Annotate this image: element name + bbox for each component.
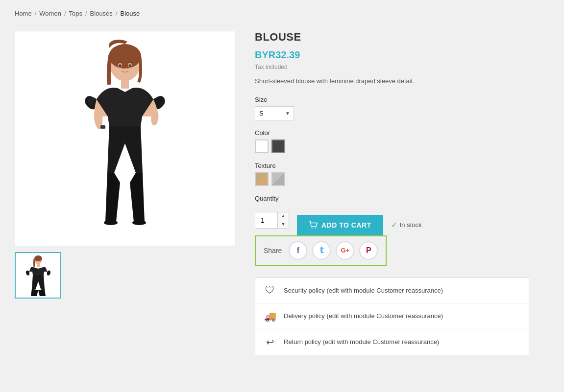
facebook-icon: f: [297, 246, 299, 255]
svg-point-4: [132, 220, 146, 225]
add-to-cart-label: ADD TO CART: [321, 221, 371, 229]
pinterest-icon: P: [366, 246, 371, 255]
policies-box: 🛡 Security policy (edit with module Cust…: [255, 277, 529, 355]
delivery-policy-text: Delivery policy (edit with module Custom…: [284, 312, 443, 320]
share-twitter-button[interactable]: 𝕥: [312, 241, 331, 260]
breadcrumb-sep-1: /: [35, 10, 37, 17]
product-price: BYR32.39: [255, 49, 549, 61]
quantity-input[interactable]: [255, 212, 277, 228]
quantity-wrapper: ▲ ▼: [255, 212, 289, 229]
twitter-icon: 𝕥: [320, 246, 323, 255]
share-facebook-button[interactable]: f: [289, 241, 307, 260]
main-image: [15, 31, 235, 246]
policy-security: 🛡 Security policy (edit with module Cust…: [255, 278, 529, 303]
share-box: Share f 𝕥 G+ P: [255, 235, 387, 266]
tax-label: Tax included: [255, 64, 549, 70]
svg-point-9: [129, 65, 131, 67]
color-swatch-white[interactable]: [255, 139, 269, 153]
breadcrumb-sep-3: /: [85, 10, 87, 17]
svg-point-13: [312, 227, 313, 228]
color-option-group: Color: [255, 129, 549, 153]
texture-swatch-1[interactable]: [255, 172, 269, 186]
size-option-group: Size S M L XL XXL: [255, 96, 549, 120]
texture-swatches: [255, 172, 549, 186]
svg-point-1: [109, 44, 141, 69]
product-description: Short-sleeved blouse with feminine drape…: [255, 76, 549, 86]
color-swatches: [255, 139, 549, 153]
svg-rect-2: [121, 79, 129, 89]
svg-point-11: [34, 255, 42, 261]
thumbnail-1[interactable]: [15, 252, 61, 299]
cart-icon: [309, 221, 318, 230]
product-layout: BLOUSE BYR32.39 Tax included Short-sleev…: [15, 31, 549, 355]
quantity-label: Quantity: [255, 195, 549, 202]
product-figure: [15, 31, 235, 246]
thumbnail-image-1: [21, 254, 55, 296]
breadcrumb-tops[interactable]: Tops: [69, 10, 82, 17]
breadcrumb-sep-4: /: [116, 10, 118, 17]
svg-point-14: [315, 227, 316, 228]
policy-delivery: 🚚 Delivery policy (edit with module Cust…: [255, 303, 529, 329]
product-images: [15, 31, 235, 299]
texture-option-group: Texture: [255, 162, 549, 186]
breadcrumb-current: Blouse: [120, 10, 140, 17]
add-to-cart-button[interactable]: ADD TO CART: [297, 215, 383, 235]
quantity-arrows: ▲ ▼: [277, 212, 289, 228]
svg-rect-12: [37, 264, 40, 267]
color-swatch-black[interactable]: [271, 139, 285, 153]
breadcrumb-home[interactable]: Home: [15, 10, 32, 17]
return-icon: ↩: [263, 336, 277, 348]
check-icon: ✓: [391, 220, 397, 230]
svg-point-3: [104, 220, 118, 225]
quantity-down[interactable]: ▼: [278, 220, 289, 228]
add-cart-and-stock: ▲ ▼ ADD TO CART ✓ In: [255, 205, 549, 235]
breadcrumb-women[interactable]: Women: [39, 10, 61, 17]
svg-rect-5: [100, 125, 105, 129]
share-pinterest-button[interactable]: P: [359, 241, 378, 260]
security-policy-text: Security policy (edit with module Custom…: [284, 287, 443, 294]
quantity-section: Quantity ▲ ▼: [255, 195, 549, 235]
in-stock-indicator: ✓ In stock: [391, 220, 422, 230]
size-select-wrapper[interactable]: S M L XL XXL: [255, 106, 294, 120]
svg-point-8: [119, 65, 122, 67]
breadcrumb-sep-2: /: [64, 10, 66, 17]
page-wrapper: Home / Women / Tops / Blouses / Blouse: [0, 0, 564, 370]
security-icon: 🛡: [263, 285, 277, 296]
quantity-up[interactable]: ▲: [278, 212, 289, 220]
size-select[interactable]: S M L XL XXL: [255, 106, 294, 120]
product-title: BLOUSE: [255, 31, 549, 44]
product-image-svg: [56, 36, 194, 241]
googleplus-icon: G+: [341, 247, 350, 254]
policy-return: ↩ Return policy (edit with module Custom…: [255, 329, 529, 355]
size-label: Size: [255, 96, 549, 103]
color-label: Color: [255, 129, 549, 137]
share-label: Share: [264, 247, 282, 254]
share-googleplus-button[interactable]: G+: [336, 241, 354, 260]
product-details: BLOUSE BYR32.39 Tax included Short-sleev…: [255, 31, 549, 355]
delivery-icon: 🚚: [263, 310, 277, 322]
breadcrumb-blouses[interactable]: Blouses: [90, 10, 113, 17]
return-policy-text: Return policy (edit with module Customer…: [284, 338, 439, 346]
breadcrumb: Home / Women / Tops / Blouses / Blouse: [15, 6, 549, 21]
thumbnails: [15, 252, 235, 299]
texture-label: Texture: [255, 162, 549, 169]
texture-swatch-2[interactable]: [271, 172, 285, 186]
in-stock-label: In stock: [400, 221, 422, 229]
